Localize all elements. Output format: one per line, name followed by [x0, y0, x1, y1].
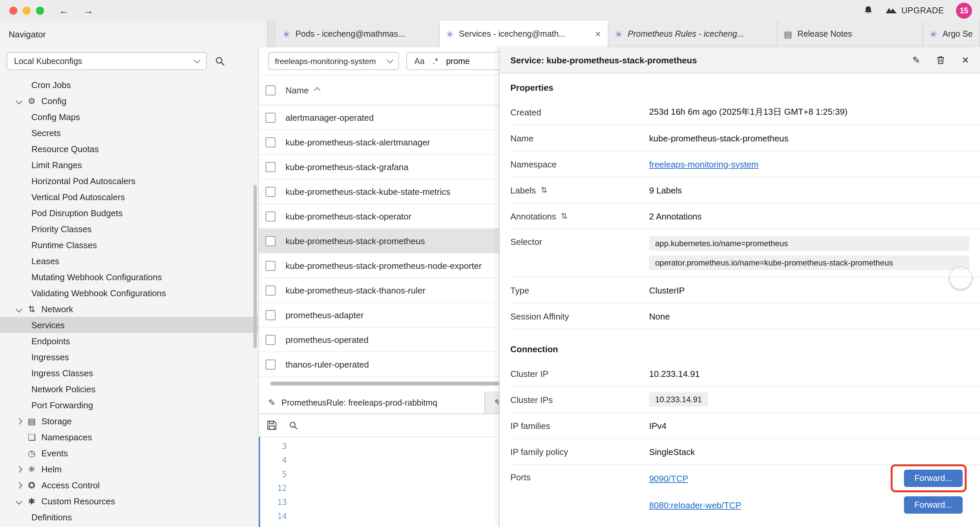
row-checkbox[interactable]	[266, 261, 275, 271]
search-icon[interactable]	[289, 420, 298, 430]
custom-resources-icon	[26, 496, 37, 506]
match-case-toggle[interactable]: Aa	[414, 56, 425, 66]
sidebar-tree-item[interactable]: Secrets	[0, 125, 258, 141]
row-checkbox[interactable]	[266, 137, 275, 147]
editor-tab[interactable]: Prometheus Rules - icecheng... ✕	[608, 21, 777, 47]
row-checkbox[interactable]	[266, 186, 275, 196]
row-checkbox[interactable]	[266, 310, 275, 320]
ip-family-policy-label: IP family policy	[510, 447, 649, 457]
namespace-select-value: freeleaps-monitoring-system	[275, 56, 376, 66]
port-link[interactable]: 9090/TCP	[649, 473, 688, 483]
editor-tab[interactable]: Release Notes ✕	[777, 21, 923, 47]
sidebar-tree-item[interactable]: Network Policies	[0, 381, 258, 397]
chevron-down-icon	[387, 57, 393, 64]
row-checkbox[interactable]	[266, 285, 275, 295]
notifications-bell-icon[interactable]	[863, 5, 873, 15]
annotations-value[interactable]: 2 Annotations	[649, 211, 969, 221]
namespace-select[interactable]: freeleaps-monitoring-system	[268, 52, 399, 70]
navigator-tree: Cron Jobs Config Config Maps	[0, 77, 258, 527]
sidebar-scrollbar[interactable]	[253, 185, 257, 348]
titlebar: ← → UPGRADE 15	[0, 0, 980, 21]
sidebar-tree-item[interactable]: Definitions	[0, 509, 258, 525]
cluster-ip-label: Cluster IP	[510, 369, 649, 379]
trash-icon[interactable]	[936, 56, 946, 65]
sort-toggle-icon[interactable]: ⇅	[561, 212, 567, 221]
port-link[interactable]: 8080:reloader-web/TCP	[649, 500, 741, 510]
name-row: Name kube-prometheus-stack-prometheus	[510, 126, 980, 151]
sidebar-tree-item[interactable]: Ingress Classes	[0, 365, 258, 381]
editor-tab[interactable]: Argo Se ✕	[923, 21, 980, 47]
service-name: thanos-ruler-operated	[286, 359, 369, 369]
sidebar-tree-item[interactable]: Storage	[0, 413, 258, 429]
sidebar-tree-item[interactable]: Services	[0, 317, 258, 333]
tree-item-label: Resource Quotas	[31, 144, 99, 154]
sidebar-tree-item[interactable]: Runtime Classes	[0, 237, 258, 253]
sidebar-tree-item[interactable]: Config Maps	[0, 109, 258, 125]
upgrade-button[interactable]: UPGRADE	[885, 6, 944, 15]
close-icon[interactable]: ✕	[962, 55, 969, 65]
forward-button[interactable]: →	[83, 5, 94, 16]
sidebar-tree-item[interactable]: Limit Ranges	[0, 157, 258, 173]
sidebar-tree-item[interactable]: Mutating Webhook Configurations	[0, 269, 258, 285]
navigator-title: Navigator	[9, 29, 46, 39]
forward-button[interactable]: Forward...	[904, 496, 963, 514]
editor-tab[interactable]: Services - icecheng@math... ✕	[440, 21, 608, 47]
edit-icon[interactable]: ✎	[912, 55, 920, 65]
sidebar-tree-item[interactable]: Pod Disruption Budgets	[0, 205, 258, 221]
kubeconfig-dropdown[interactable]: Local Kubeconfigs	[7, 52, 207, 70]
sidebar-tree-item[interactable]: Namespaces	[0, 429, 258, 445]
minimize-window-button[interactable]	[23, 6, 31, 14]
sidebar-tree-item[interactable]: Resource Quotas	[0, 141, 258, 157]
service-name: kube-prometheus-stack-prometheus-node-ex…	[286, 261, 482, 271]
sidebar-tree-item[interactable]: Vertical Pod Autoscalers	[0, 189, 258, 205]
dock-tab[interactable]: ✎ PrometheusRule: freeleaps-prod-rabbitm…	[259, 392, 485, 414]
cluster-ips-row: Cluster IPs 10.233.14.91	[510, 387, 980, 413]
sidebar-tree-item[interactable]: Custom Resources	[0, 493, 258, 509]
row-checkbox[interactable]	[266, 236, 275, 246]
sort-toggle-icon[interactable]: ⇅	[541, 185, 547, 195]
session-affinity-row: Session Affinity None	[510, 304, 980, 330]
sidebar-tree-item[interactable]: Network	[0, 301, 258, 317]
row-checkbox[interactable]	[266, 211, 275, 221]
row-checkbox[interactable]	[266, 162, 275, 172]
notification-count-badge[interactable]: 15	[956, 2, 972, 18]
row-checkbox[interactable]	[266, 112, 275, 123]
labels-value[interactable]: 9 Labels	[649, 185, 969, 195]
zoom-window-button[interactable]	[36, 6, 44, 14]
select-all-checkbox[interactable]	[266, 85, 275, 95]
name-column-header[interactable]: Name	[286, 85, 319, 95]
sidebar-tree-item[interactable]: Helm	[0, 461, 258, 477]
row-checkbox[interactable]	[266, 359, 275, 369]
port-line: 9090/TCP Forward...	[649, 465, 969, 492]
regex-toggle[interactable]: .*	[433, 56, 438, 66]
sidebar-tree-item[interactable]: Port Forwarding	[0, 397, 258, 413]
close-tab-icon[interactable]: ✕	[595, 30, 601, 38]
sidebar-tree-item[interactable]: Ingresses	[0, 349, 258, 365]
namespace-link[interactable]: freeleaps-monitoring-system	[649, 159, 759, 169]
selector-row: Selector app.kubernetes.io/name=promethe…	[510, 229, 980, 277]
sidebar-tree-item[interactable]: Events	[0, 445, 258, 461]
tree-item-label: Network Policies	[31, 384, 95, 394]
sidebar-tree-item[interactable]: Validating Webhook Configurations	[0, 285, 258, 301]
close-window-button[interactable]	[10, 6, 18, 14]
search-query-text: prome	[446, 56, 470, 66]
sidebar-tree-item[interactable]: Access Control	[0, 477, 258, 493]
save-icon[interactable]	[267, 420, 277, 430]
back-button[interactable]: ←	[59, 5, 69, 16]
row-checkbox[interactable]	[266, 334, 275, 345]
horizontal-scrollbar[interactable]	[270, 382, 507, 385]
sidebar-tree-item[interactable]: Priority Classes	[0, 221, 258, 237]
name-value: kube-prometheus-stack-prometheus	[649, 133, 969, 143]
gear-icon	[26, 96, 37, 106]
sidebar-tree-item[interactable]: Endpoints	[0, 333, 258, 349]
sidebar-tree-item[interactable]: Config	[0, 93, 258, 109]
sidebar-tree-item[interactable]: Leases	[0, 253, 258, 269]
sidebar-tree-item[interactable]: Cron Jobs	[0, 77, 258, 93]
forward-button[interactable]: Forward...	[904, 470, 963, 487]
tree-item-label: Vertical Pod Autoscalers	[31, 192, 125, 202]
created-value: 253d 16h 6m ago (2025年1月13日 GMT+8 1:25:3…	[649, 106, 969, 118]
search-icon[interactable]	[215, 56, 226, 66]
user-avatar[interactable]	[950, 267, 971, 289]
editor-tab[interactable]: Pods - icecheng@mathmas... ✕	[276, 21, 440, 47]
sidebar-tree-item[interactable]: Horizontal Pod Autoscalers	[0, 173, 258, 189]
